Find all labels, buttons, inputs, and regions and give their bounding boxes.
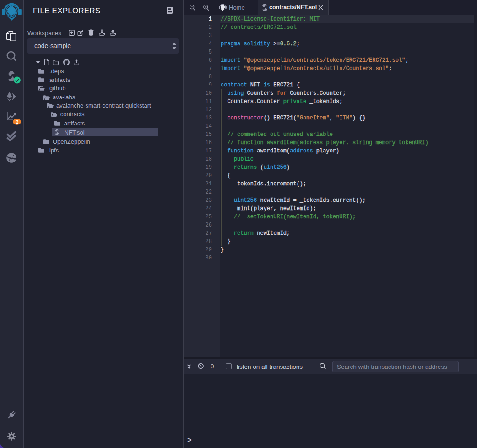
svg-text:1: 1: [16, 119, 19, 124]
